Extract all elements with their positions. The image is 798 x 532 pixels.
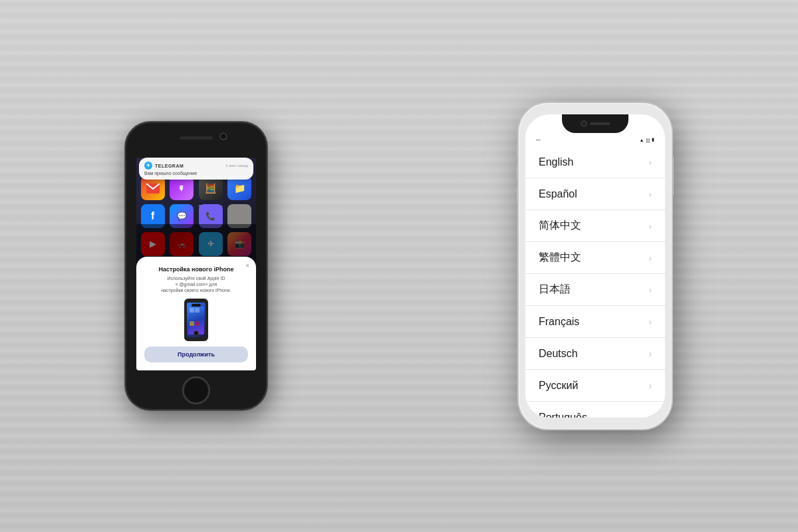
language-item-french[interactable]: Français › (525, 306, 665, 338)
app-files[interactable]: 📁 (227, 176, 251, 200)
notification-time: 1 мин назад (225, 164, 248, 168)
wifi-icon: ▲ (640, 138, 644, 142)
chevron-right-icon: › (648, 253, 652, 263)
language-item-english[interactable]: English › (525, 146, 665, 178)
language-item-japanese[interactable]: 日本語 › (525, 274, 665, 306)
chevron-right-icon: › (648, 221, 652, 231)
table-surface (0, 0, 798, 532)
language-label-english: English (539, 156, 573, 168)
modal-title: Настройка нового iPhone (159, 266, 234, 273)
status-icons: ▲ ||| ▮ (640, 137, 654, 142)
phone2-mute-button[interactable] (517, 143, 519, 158)
front-camera-icon (581, 120, 587, 127)
language-label-simplified-chinese: 简体中文 (539, 219, 581, 233)
language-item-german[interactable]: Deutsch › (525, 338, 665, 370)
chevron-right-icon: › (648, 157, 652, 168)
chevron-right-icon: › (648, 285, 652, 295)
language-label-espanol: Español (539, 188, 577, 200)
language-item-traditional-chinese[interactable]: 繁體中文 › (525, 242, 665, 274)
phone1-wrapper: ✈ TELEGRAM 1 мин назад Вам пришло сообще… (126, 123, 266, 409)
language-item-portuguese[interactable]: Português › (525, 402, 665, 418)
modal-card: × Настройка нового iPhone Используйте св… (136, 257, 256, 370)
signal-icon: ||| (646, 138, 650, 142)
modal-close-button[interactable]: × (245, 262, 249, 269)
language-label-japanese: 日本語 (539, 283, 571, 297)
language-item-simplified-chinese[interactable]: 简体中文 › (525, 210, 665, 242)
language-item-russian[interactable]: Русский › (525, 370, 665, 402)
phone1-front-camera (221, 134, 226, 139)
phone1-body: ✈ TELEGRAM 1 мин назад Вам пришло сообще… (126, 123, 266, 409)
phone2-power-button[interactable] (672, 156, 674, 196)
earpiece-speaker (590, 122, 610, 125)
telegram-icon: ✈ (144, 162, 152, 170)
language-label-traditional-chinese: 繁體中文 (539, 251, 581, 265)
modal-phone-image (184, 299, 208, 341)
modal-continue-button[interactable]: Продолжить (144, 346, 248, 362)
language-list: English › Español › 简体中文 › 繁體中文 › 日本語 (525, 146, 665, 418)
battery-icon: ▮ (652, 137, 654, 142)
phone2-volume-up-button[interactable] (517, 163, 519, 182)
chevron-right-icon: › (648, 412, 652, 418)
language-label-french: Français (539, 316, 579, 328)
language-label-russian: Русский (539, 380, 578, 392)
chevron-right-icon: › (648, 348, 652, 359)
phone2-body: ··· ▲ ||| ▮ English › Español › 简体中 (519, 103, 672, 429)
language-label-portuguese: Português (539, 412, 587, 418)
chevron-right-icon: › (648, 189, 652, 200)
setup-modal: × Настройка нового iPhone Используйте св… (136, 224, 256, 370)
app-podcasts[interactable]: 🎙 (170, 176, 194, 200)
phone2-wrapper: ··· ▲ ||| ▮ English › Español › 简体中 (519, 103, 672, 429)
app-gmail[interactable] (141, 176, 165, 200)
phone2-volume-down-button[interactable] (517, 186, 519, 204)
notification-message: Вам пришло сообщение (144, 171, 248, 176)
language-item-espanol[interactable]: Español › (525, 178, 665, 210)
app-calculator[interactable]: 🧮 (199, 176, 223, 200)
phone2-screen: ··· ▲ ||| ▮ English › Español › 简体中 (525, 114, 665, 418)
phone1-speaker (180, 136, 213, 140)
phone1-screen: ✈ TELEGRAM 1 мин назад Вам пришло сообще… (136, 158, 256, 370)
chevron-right-icon: › (648, 380, 652, 391)
phone2-notch (562, 114, 628, 133)
status-bar: ··· ▲ ||| ▮ (525, 133, 665, 146)
telegram-notification[interactable]: ✈ TELEGRAM 1 мин назад Вам пришло сообще… (139, 158, 253, 180)
phone1-home-button[interactable] (184, 378, 208, 402)
chevron-right-icon: › (648, 317, 652, 327)
language-label-german: Deutsch (539, 348, 578, 360)
modal-subtitle: Используйте свой Apple ID « @gmail.com» … (161, 275, 231, 293)
status-time: ··· (536, 137, 541, 143)
notification-app-name: ✈ TELEGRAM (144, 162, 184, 170)
